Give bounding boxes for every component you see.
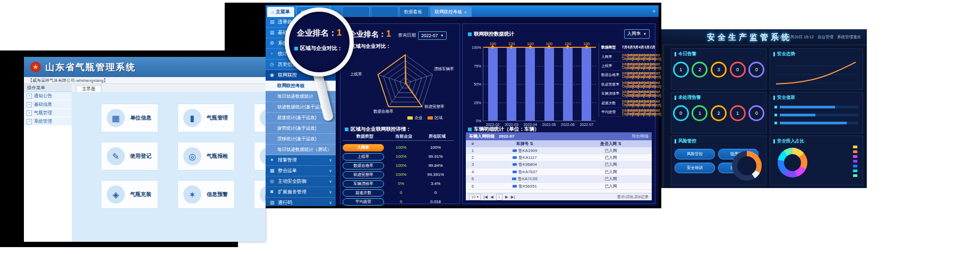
metric-select[interactable]: 入网率 ▼ — [624, 29, 650, 39]
home-card[interactable]: ✶ 信息预警 — [177, 180, 235, 209]
sidebar-item[interactable]: ✶ 报警管理 ∨ — [266, 155, 336, 166]
bar[interactable] — [525, 47, 535, 121]
alert-icon: ✶ — [270, 158, 275, 163]
chart-icon: ▟ — [260, 185, 266, 204]
sidebar-item[interactable]: ▥ 通行码 ∨ — [266, 198, 336, 206]
last-page-button[interactable]: ▶| — [511, 194, 515, 199]
content-tab[interactable]: 数据看板 — [399, 6, 429, 17]
alarm-ring-stat: 0 — [748, 62, 764, 78]
data-type-pill[interactable]: 车辆漂移率 — [343, 180, 384, 188]
tab-main-menu[interactable]: ⌂ 主菜单 — [267, 7, 294, 17]
month-value: [object Object] — [644, 99, 650, 107]
bar[interactable] — [488, 47, 498, 121]
data-type-pill[interactable]: 平均疲劳 — [343, 198, 384, 206]
plate-number: 鲁KA7C05 — [518, 176, 538, 181]
home-card[interactable]: ▦ 单位信息 — [101, 104, 158, 132]
sidebar-item[interactable]: ✖ 扩展服务管理 ∨ — [266, 187, 336, 198]
enterprise-rank: 企业排名：1 — [349, 29, 391, 39]
sidebar-item[interactable]: ▦ 整合运单 ∨ — [266, 166, 336, 176]
radar-axis-track: 轨迹完整率 — [424, 104, 445, 109]
submenu-item[interactable]: 漂移统计(基于运政) — [266, 134, 336, 145]
month-value: [object Object] — [633, 90, 639, 97]
content-tab[interactable] — [371, 6, 398, 17]
sidebar-item-label: 报警管理 — [278, 157, 297, 164]
home-card[interactable]: ▮ 气瓶管理 — [177, 104, 235, 132]
content-tab[interactable] — [342, 6, 370, 17]
data-type-pill[interactable]: 入网率 — [343, 144, 384, 151]
home-card[interactable]: ✎ 使用登记 — [101, 142, 158, 171]
bar[interactable] — [582, 47, 591, 121]
alarm-ring-stat: 0 — [673, 105, 689, 121]
extend-service-icon: ✖ — [270, 190, 275, 194]
sidebar-item-label: 扩展服务管理 — [278, 189, 306, 196]
expand-icon[interactable]: + — [27, 94, 32, 99]
sidebar-menu-item[interactable]: + 基础信息 — [24, 100, 72, 109]
company-value: 100% — [384, 163, 418, 168]
submenu-item[interactable]: 疲劳统计(基于运政) — [266, 123, 336, 134]
datetime-label: 2022年06月20日 15:12 — [773, 35, 814, 40]
first-page-button[interactable]: |◀ — [483, 194, 488, 199]
expand-icon[interactable]: + — [27, 119, 32, 124]
detail-row: 超速次数 0 0 — [343, 188, 457, 197]
sidebar-item[interactable]: ◎ 主动安全防御 ∨ — [266, 176, 336, 187]
legend-company-swatch — [407, 116, 413, 120]
date-select[interactable]: 2022-07 ▼ — [418, 31, 447, 40]
content-tab[interactable]: 联网联控考核× — [430, 6, 472, 17]
date-label: 查询日期 — [398, 32, 416, 39]
month-value: [object Object] — [639, 99, 645, 107]
vehicle-panel-period: 2022-07 — [499, 134, 514, 139]
bar[interactable] — [563, 47, 573, 121]
month-value: [object Object] — [650, 81, 656, 88]
compare-panel: 企业排名：1 查询日期 2022-07 ▼ 区域与企业对比： — [340, 23, 460, 204]
data-type-pill[interactable]: 超速次数 — [343, 189, 384, 197]
month-value: [object Object] — [639, 62, 645, 70]
module-button[interactable]: 风险管控 — [675, 149, 715, 159]
submenu-item[interactable]: 每日轨迹数据统计（测试） — [266, 145, 336, 155]
bar[interactable] — [507, 47, 516, 121]
vehicle-row[interactable]: 2 鲁KA1117 已入网 — [466, 154, 652, 161]
home-card[interactable]: ◎ 气瓶报检 — [177, 142, 235, 171]
sidebar-menu-item[interactable]: + 通知公告 — [24, 92, 72, 100]
home-card[interactable]: ▟ — [254, 180, 266, 209]
expand-icon[interactable]: + — [27, 102, 32, 107]
data-type-pill[interactable]: 数据合格率 — [343, 162, 384, 170]
plate-column-header[interactable]: 车牌号 ⇅ — [480, 141, 570, 147]
pass-code-icon: ▥ — [270, 200, 275, 205]
module-button[interactable]: 安全培训 — [675, 163, 715, 173]
vehicle-row[interactable]: 5 鲁KA7C05 已入网 — [466, 176, 652, 183]
home-card[interactable]: ⚒ — [254, 142, 266, 171]
network-status: 已入网 — [570, 176, 652, 182]
company-value: 100% — [384, 154, 418, 159]
safety-supervision-window: 安全生产监管系统 2022年06月20日 15:12 后台管理 系统管理退出 今… — [632, 29, 867, 188]
data-type-pill[interactable]: 轨迹完整率 — [343, 171, 384, 179]
admin-user-link[interactable]: 后台管理 — [817, 35, 833, 40]
expand-icon[interactable]: + — [27, 111, 32, 116]
vehicle-row[interactable]: 3 鲁K96804 已入网 — [466, 162, 652, 168]
legend-swatch — [853, 174, 857, 177]
data-type-pill[interactable]: 上线率 — [343, 153, 384, 160]
export-link[interactable]: 导出明细 — [632, 133, 649, 139]
sidebar-menu-item[interactable]: + 系统管理 — [24, 117, 72, 126]
sidebar-menu-item[interactable]: + 气瓶管理 — [24, 109, 72, 117]
vehicle-row[interactable]: 6 鲁K56951 已入网 — [466, 183, 652, 190]
prev-page-button[interactable]: ◀ — [490, 194, 493, 199]
close-tab-icon[interactable]: × — [464, 10, 467, 15]
month-value: [object Object] — [633, 53, 639, 61]
next-page-button[interactable]: ▶ — [505, 194, 508, 199]
page-size-select[interactable]: 10 ▾ — [469, 194, 481, 200]
detail-row: 数据合格率 100% 99.84% — [343, 161, 457, 170]
more-tabs-icon[interactable]: » — [652, 8, 655, 14]
vehicle-row[interactable]: 4 鲁KA7637 已入网 — [466, 168, 652, 175]
network-status: 已入网 — [570, 183, 652, 189]
vehicle-row[interactable]: 1 鲁KA1909 已入网 — [466, 147, 652, 154]
chevron-down-icon: ∨ — [329, 200, 332, 205]
home-card[interactable]: ◈ 气瓶充装 — [101, 180, 158, 209]
legend-swatch — [853, 160, 857, 163]
home-card[interactable]: ♟ — [254, 104, 266, 132]
logout-link[interactable]: 系统管理退出 — [837, 35, 861, 40]
chevron-down-icon: ∨ — [329, 179, 332, 184]
bar[interactable] — [544, 47, 554, 121]
status-column-header[interactable]: 是否入网 ⇅ — [570, 141, 652, 147]
bar-slot: 100 2022-04 — [525, 47, 535, 121]
page-input[interactable]: 1 — [496, 194, 502, 200]
